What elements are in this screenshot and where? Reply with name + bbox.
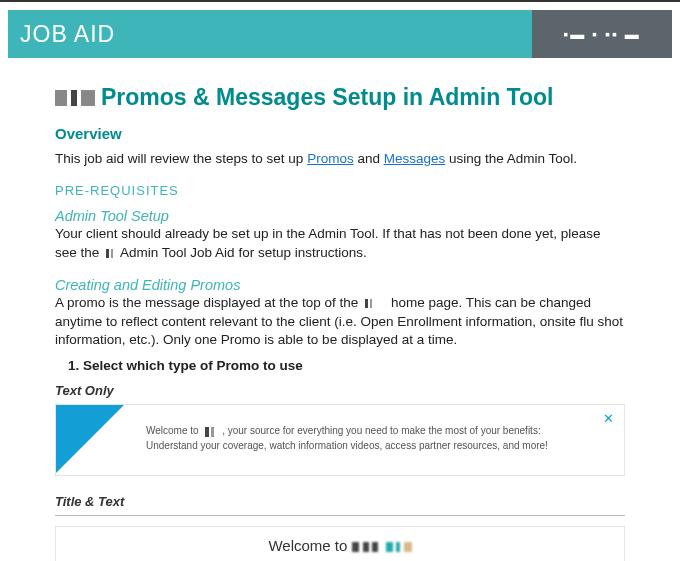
brand-logo-icon: ▪▬ ▪ ▪▪ ▬ xyxy=(563,26,641,42)
document-title-text: Promos & Messages Setup in Admin Tool xyxy=(101,84,553,111)
promo-corner-triangle xyxy=(56,405,124,473)
promo2-title: Welcome to xyxy=(76,537,604,554)
document-title: Promos & Messages Setup in Admin Tool xyxy=(55,84,625,111)
document-body: Promos & Messages Setup in Admin Tool Ov… xyxy=(0,66,680,561)
step-1: Select which type of Promo to use xyxy=(83,358,625,373)
style-label-title-text: Title & Text xyxy=(55,494,625,509)
top-divider xyxy=(0,0,680,2)
admin-tool-setup-paragraph: Your client should already be set up in … xyxy=(55,225,625,263)
step-list: Select which type of Promo to use xyxy=(83,358,625,373)
promos-link[interactable]: Promos xyxy=(307,151,354,166)
messages-link[interactable]: Messages xyxy=(384,151,446,166)
section-divider xyxy=(55,515,625,516)
title-logo-icon xyxy=(55,90,95,106)
promo-preview-title-text: Welcome to Your source for everything yo… xyxy=(55,526,625,561)
overview-text-pre: This job aid will review the steps to se… xyxy=(55,151,307,166)
header-title: JOB AID xyxy=(20,21,115,48)
header-band: JOB AID ▪▬ ▪ ▪▪ ▬ xyxy=(8,10,672,58)
overview-text-post: using the Admin Tool. xyxy=(445,151,577,166)
promo-text-only-body: Welcome to , your source for everything … xyxy=(146,423,584,453)
overview-heading: Overview xyxy=(55,125,625,142)
admin-tool-setup-heading: Admin Tool Setup xyxy=(55,208,625,224)
admin-setup-text-post: Admin Tool Job Aid for setup instruction… xyxy=(117,245,367,260)
promos-text-pre: A promo is the message displayed at the … xyxy=(55,295,362,310)
style-label-text-only: Text Only xyxy=(55,383,625,398)
creating-promos-paragraph: A promo is the message displayed at the … xyxy=(55,294,625,351)
close-icon[interactable]: ✕ xyxy=(603,411,614,426)
inline-brand-icon xyxy=(201,427,219,437)
inline-brand-icon xyxy=(362,299,376,308)
overview-paragraph: This job aid will review the steps to se… xyxy=(55,150,625,169)
header-logo-box: ▪▬ ▪ ▪▪ ▬ xyxy=(532,10,672,58)
inline-brand-icon xyxy=(103,249,117,258)
promo1-text-pre: Welcome to xyxy=(146,425,201,436)
overview-text-mid: and xyxy=(354,151,384,166)
inline-brand-icon xyxy=(352,542,412,552)
prerequisites-heading: PRE-REQUISITES xyxy=(55,183,625,198)
promo-preview-text-only: ✕ Welcome to , your source for everythin… xyxy=(55,404,625,476)
promo2-title-pre: Welcome to xyxy=(268,537,351,554)
creating-promos-heading: Creating and Editing Promos xyxy=(55,277,625,293)
